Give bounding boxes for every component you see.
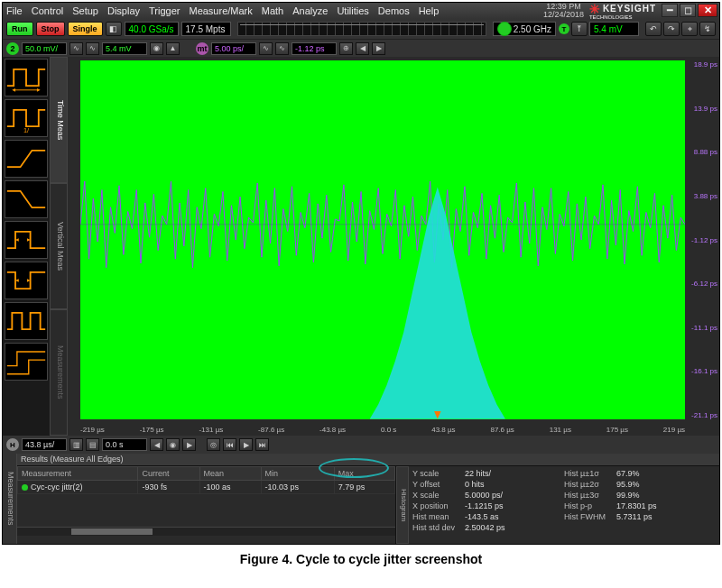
close-button[interactable]: ✕ xyxy=(698,4,717,17)
horiz-pos-field[interactable]: 0.0 s xyxy=(102,438,147,451)
menu-analyze[interactable]: Analyze xyxy=(292,5,328,16)
histogram-overlay xyxy=(353,168,523,419)
horiz-center-icon[interactable]: ◉ xyxy=(166,438,180,451)
channel-toolbar: 2 50.0 mV/ ∿ ∿ 5.4 mV ◉ ▲ mt 5.00 ps/ ∿ … xyxy=(3,39,719,57)
mt-offset-field[interactable]: -1.12 ps xyxy=(292,42,337,55)
undo-icon[interactable]: ↶ xyxy=(645,22,662,36)
menu-display[interactable]: Display xyxy=(107,5,140,16)
menu-bar: File Control Setup Display Trigger Measu… xyxy=(3,3,719,19)
horizontal-toolbar: H 43.8 µs/ ▥ ▤ 0.0 s ◀ ◉ ▶ ◎ ⏮ ▶ ⏭ xyxy=(3,436,719,454)
meas-thumb-delay[interactable] xyxy=(5,343,48,381)
sidebar-tab-time[interactable]: Time Meas xyxy=(50,57,68,183)
menu-demos[interactable]: Demos xyxy=(378,5,410,16)
waveform-plot[interactable] xyxy=(80,60,685,419)
maximize-button[interactable]: ◻ xyxy=(680,4,696,17)
ch2-offset-down-icon[interactable]: ◉ xyxy=(150,42,163,55)
y-axis-ticks: 18.9 ps13.9 ps8.88 ps3.88 ps-1.12 ps-6.1… xyxy=(687,60,717,419)
meas-thumb-fall[interactable] xyxy=(5,180,48,218)
menu-math[interactable]: Math xyxy=(262,5,283,16)
meas-thumb-period[interactable] xyxy=(5,59,48,96)
meas-thumb-freq[interactable]: 1/ xyxy=(5,99,48,137)
col-max[interactable]: Max xyxy=(334,467,394,481)
meas-thumb-negwidth[interactable] xyxy=(5,262,48,299)
ch2-scale-field[interactable]: 50.0 mV/ xyxy=(22,42,67,55)
horiz-right-icon[interactable]: ▶ xyxy=(182,438,196,451)
col-min[interactable]: Min xyxy=(261,467,334,481)
horiz-mode1-icon[interactable]: ▥ xyxy=(69,438,83,451)
stop-button[interactable]: Stop xyxy=(36,22,65,36)
menu-measure[interactable]: Measure/Mark xyxy=(189,5,252,16)
play-next-icon[interactable]: ⏭ xyxy=(255,438,269,451)
col-measurement[interactable]: Measurement xyxy=(18,467,138,481)
menu-setup[interactable]: Setup xyxy=(72,5,98,16)
sidebar-tab-measurements[interactable]: Measurements xyxy=(50,309,68,436)
bandwidth-field[interactable]: 2.50 GHz xyxy=(493,22,556,36)
meas-thumb-rise[interactable] xyxy=(5,140,48,178)
menu-trigger[interactable]: Trigger xyxy=(149,5,180,16)
menu-control[interactable]: Control xyxy=(32,5,63,16)
brand-logo: ✳KEYSIGHTTECHNOLOGIES xyxy=(589,2,656,20)
run-button[interactable]: Run xyxy=(6,22,33,36)
trigger-indicator: T xyxy=(559,23,569,34)
col-current[interactable]: Current xyxy=(138,467,199,481)
ch2-offset-field[interactable]: 5.4 mV xyxy=(102,42,147,55)
meas-thumb-poswidth[interactable] xyxy=(5,221,48,259)
results-table: Measurement Current Mean Min Max Cyc-cyc… xyxy=(17,466,396,544)
figure-caption: Figure 4. Cycle to cycle jitter screensh… xyxy=(0,552,722,566)
waveform-area[interactable]: 18.9 ps13.9 ps8.88 ps3.88 ps-1.12 ps-6.1… xyxy=(68,57,719,436)
trigger-level-field[interactable]: 5.4 mV xyxy=(589,22,639,36)
trigger-slope-icon[interactable]: ⤒ xyxy=(571,22,588,36)
redo-icon[interactable]: ↷ xyxy=(663,22,680,36)
horiz-left-icon[interactable]: ◀ xyxy=(150,438,163,451)
clock: 12:39 PM12/24/2018 xyxy=(543,3,584,19)
menu-help[interactable]: Help xyxy=(419,5,440,16)
meas-thumb-duty[interactable] xyxy=(5,302,48,340)
histogram-stats: Y scale22 hits/ Y offset0 hits X scale5.… xyxy=(409,466,719,538)
results-title: Results (Measure All Edges) xyxy=(17,454,719,466)
play-prev-icon[interactable]: ⏮ xyxy=(223,438,236,451)
results-scrollbar[interactable] xyxy=(17,527,395,536)
play-icon[interactable]: ▶ xyxy=(239,438,253,451)
ch2-offset-up-icon[interactable]: ▲ xyxy=(166,42,180,55)
results-side-tab[interactable]: Measurements xyxy=(3,454,17,544)
horiz-scale-field[interactable]: 43.8 µs/ xyxy=(22,438,67,451)
svg-marker-2 xyxy=(37,88,41,92)
measurement-thumbnails: 1/ xyxy=(3,57,50,436)
clear-display-icon[interactable]: ◧ xyxy=(106,22,122,36)
results-panel: Measurements Results (Measure All Edges)… xyxy=(3,454,719,544)
zoom-icon[interactable]: ◎ xyxy=(207,438,220,451)
col-mean[interactable]: Mean xyxy=(199,467,261,481)
mt-coupling-icon[interactable]: ∿ xyxy=(259,42,273,55)
math-trend-badge[interactable]: mt xyxy=(196,42,208,55)
histogram-tab[interactable]: Histogram xyxy=(396,466,409,544)
autoscale-icon[interactable]: ⌖ xyxy=(681,22,698,36)
menu-utilities[interactable]: Utilities xyxy=(337,5,368,16)
table-row[interactable]: Cyc-cyc jittr(2) -930 fs -100 as -10.03 … xyxy=(18,481,395,494)
svg-text:1/: 1/ xyxy=(23,126,30,134)
mt-prev-icon[interactable]: ◀ xyxy=(356,42,369,55)
single-button[interactable]: Single xyxy=(68,22,103,36)
horiz-mode2-icon[interactable]: ▤ xyxy=(86,438,99,451)
ch2-coupling-ac-icon[interactable]: ∿ xyxy=(69,42,83,55)
mt-coupling2-icon[interactable]: ∿ xyxy=(275,42,289,55)
app-window: File Control Setup Display Trigger Measu… xyxy=(2,2,720,545)
mt-next-icon[interactable]: ▶ xyxy=(372,42,385,55)
sample-rate-field[interactable]: 40.0 GSa/s xyxy=(125,22,179,36)
acquisition-toolbar: Run Stop Single ◧ 40.0 GSa/s 17.5 Mpts 2… xyxy=(3,19,719,39)
ch2-coupling-dc-icon[interactable]: ∿ xyxy=(86,42,99,55)
mt-scale-field[interactable]: 5.00 ps/ xyxy=(211,42,256,55)
menu-file[interactable]: File xyxy=(6,5,23,16)
horizontal-badge: H xyxy=(6,438,19,451)
horizontal-overview[interactable] xyxy=(237,22,486,36)
mem-depth-field[interactable]: 17.5 Mpts xyxy=(181,22,231,36)
x-axis-ticks: -219 µs-175 µs-131 µs-87.6 µs-43.8 µs0.0… xyxy=(80,426,685,434)
mt-center-icon[interactable]: ⊕ xyxy=(339,42,353,55)
default-setup-icon[interactable]: ↯ xyxy=(699,22,716,36)
minimize-button[interactable]: ━ xyxy=(662,4,678,17)
sidebar-tab-vertical[interactable]: Vertical Meas xyxy=(50,183,68,309)
svg-marker-1 xyxy=(12,88,15,92)
measurement-sidebar: 1/ Time Meas Vertical Meas Measurements xyxy=(3,57,68,436)
channel-2-badge[interactable]: 2 xyxy=(6,42,19,55)
